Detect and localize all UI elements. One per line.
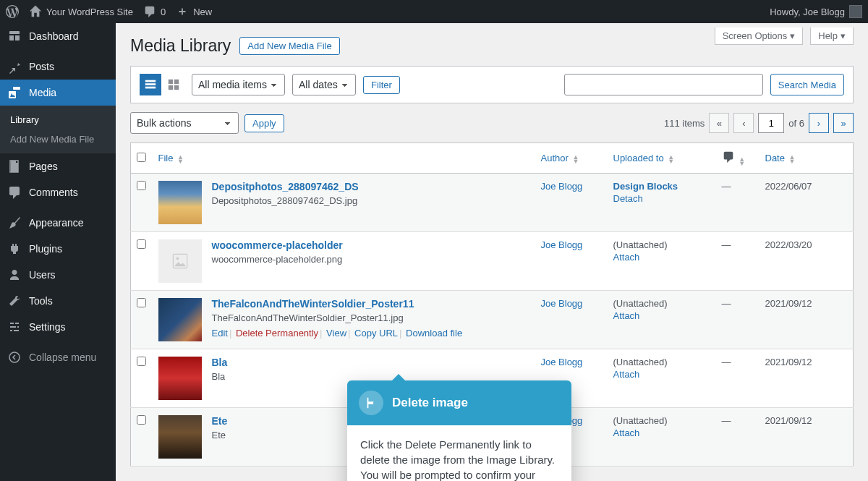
date-cell: 2022/03/20	[760, 232, 854, 291]
thumbnail[interactable]	[158, 415, 202, 459]
column-comments[interactable]: ▲▼	[716, 143, 760, 174]
file-title[interactable]: Ete	[212, 415, 228, 427]
thumbnail[interactable]	[158, 239, 202, 283]
svg-rect-4	[145, 87, 156, 89]
site-name-text: Your WordPress Site	[46, 7, 133, 17]
attach-link[interactable]: Attach	[613, 427, 710, 438]
new-content-link[interactable]: New	[176, 5, 212, 18]
thumbnail[interactable]	[158, 181, 202, 224]
menu-plugins[interactable]: Plugins	[0, 236, 116, 262]
home-icon	[29, 5, 42, 18]
new-label: New	[193, 7, 212, 17]
detach-link[interactable]: Detach	[613, 193, 710, 204]
site-name-link[interactable]: Your WordPress Site	[29, 5, 133, 18]
thumbnail[interactable]	[158, 357, 202, 400]
attach-link[interactable]: Attach	[613, 369, 710, 380]
author-link[interactable]: Joe Blogg	[541, 181, 583, 192]
menu-posts[interactable]: Posts	[0, 54, 116, 80]
column-uploaded-to[interactable]: Uploaded to ▲▼	[608, 143, 716, 174]
menu-tools[interactable]: Tools	[0, 288, 116, 314]
list-icon	[144, 78, 157, 91]
attach-link[interactable]: Attach	[613, 310, 710, 321]
filter-button[interactable]: Filter	[363, 76, 400, 94]
file-title[interactable]: Bla	[212, 357, 228, 368]
column-date[interactable]: Date ▲▼	[760, 143, 854, 174]
wrench-icon	[7, 294, 22, 308]
row-checkbox[interactable]	[137, 181, 146, 190]
row-checkbox[interactable]	[137, 357, 146, 366]
row-checkbox[interactable]	[137, 415, 146, 425]
first-page-button: «	[709, 113, 729, 133]
date-filter[interactable]: All dates	[292, 74, 356, 95]
select-all-checkbox[interactable]	[137, 153, 146, 162]
screen-options-button[interactable]: Screen Options ▾	[715, 27, 804, 45]
apply-button[interactable]: Apply	[244, 114, 284, 132]
file-name: Depositphotos_288097462_DS.jpg	[212, 195, 359, 206]
add-new-media-button[interactable]: Add New Media File	[239, 37, 339, 55]
file-title[interactable]: TheFalconAndTheWinterSoldier_Poster11	[212, 298, 463, 310]
column-file[interactable]: File ▲▼	[153, 143, 535, 174]
menu-pages[interactable]: Pages	[0, 153, 116, 179]
pin-icon	[7, 59, 22, 74]
author-link[interactable]: Joe Blogg	[541, 298, 583, 309]
tooltip-body: Click the Delete Permanently link to del…	[347, 425, 571, 481]
file-title[interactable]: Depositphotos_288097462_DS	[212, 181, 359, 192]
view-link[interactable]: View	[326, 328, 346, 339]
brush-icon	[7, 216, 22, 230]
download-file-link[interactable]: Download file	[406, 328, 462, 339]
grid-icon	[167, 78, 180, 91]
howdy-text: Howdy, Joe Blogg	[770, 7, 845, 17]
file-name: TheFalconAndTheWinterSoldier_Poster11.jp…	[212, 312, 463, 323]
row-checkbox[interactable]	[137, 239, 146, 249]
dashboard-icon	[7, 29, 22, 43]
menu-dashboard[interactable]: Dashboard	[0, 23, 116, 49]
list-view-button[interactable]	[140, 74, 161, 95]
thumbnail[interactable]	[158, 298, 202, 341]
copy-url-link[interactable]: Copy URL	[354, 328, 398, 339]
user-icon	[7, 268, 22, 282]
comment-icon	[722, 150, 735, 163]
wordpress-logo[interactable]	[6, 5, 19, 18]
my-account-link[interactable]: Howdy, Joe Blogg	[770, 5, 862, 18]
submenu-library[interactable]: Library	[0, 110, 116, 129]
svg-rect-6	[174, 80, 179, 84]
menu-appearance[interactable]: Appearance	[0, 210, 116, 236]
menu-collapse[interactable]: Collapse menu	[0, 344, 116, 370]
bulk-actions-select[interactable]: Bulk actions	[130, 112, 239, 134]
comments-cell: —	[716, 291, 760, 349]
author-link[interactable]: Joe Blogg	[541, 357, 583, 367]
menu-settings[interactable]: Settings	[0, 314, 116, 340]
help-tooltip: Delete image Click the Delete Permanentl…	[347, 380, 571, 481]
delete-permanently-link[interactable]: Delete Permanently	[236, 328, 318, 339]
edit-link[interactable]: Edit	[212, 328, 228, 339]
uploaded-to-text: (Unattached)	[613, 298, 668, 309]
comments-link[interactable]: 0	[143, 5, 166, 18]
attach-link[interactable]: Attach	[613, 252, 710, 263]
menu-users[interactable]: Users	[0, 262, 116, 288]
search-media-button[interactable]: Search Media	[770, 74, 844, 95]
file-title[interactable]: woocommerce-placeholder	[212, 239, 343, 251]
menu-media[interactable]: Media	[0, 80, 116, 106]
file-name: woocommerce-placeholder.png	[212, 254, 343, 265]
next-page-button[interactable]: ›	[809, 113, 829, 133]
grid-view-button[interactable]	[163, 74, 184, 95]
file-name: Ete	[212, 430, 228, 440]
help-button[interactable]: Help ▾	[810, 27, 854, 45]
svg-point-1	[9, 352, 20, 362]
media-icon	[7, 85, 22, 100]
uploaded-to-link[interactable]: Design Blocks	[613, 181, 678, 192]
row-checkbox[interactable]	[137, 298, 146, 307]
table-row: TheFalconAndTheWinterSoldier_Poster11 Th…	[131, 291, 854, 349]
current-page-input[interactable]	[758, 113, 784, 133]
uploaded-to-text: (Unattached)	[613, 239, 668, 250]
search-input[interactable]	[564, 74, 763, 95]
author-link[interactable]: Joe Blogg	[541, 239, 583, 250]
page-title: Media Library	[130, 36, 231, 56]
last-page-button[interactable]: »	[833, 113, 854, 133]
menu-comments[interactable]: Comments	[0, 179, 116, 205]
uploaded-to-text: (Unattached)	[613, 357, 668, 367]
submenu-add-new[interactable]: Add New Media File	[0, 129, 116, 149]
page-of-text: of 6	[788, 118, 804, 129]
media-type-filter[interactable]: All media items	[192, 74, 285, 95]
column-author[interactable]: Author ▲▼	[535, 143, 608, 174]
